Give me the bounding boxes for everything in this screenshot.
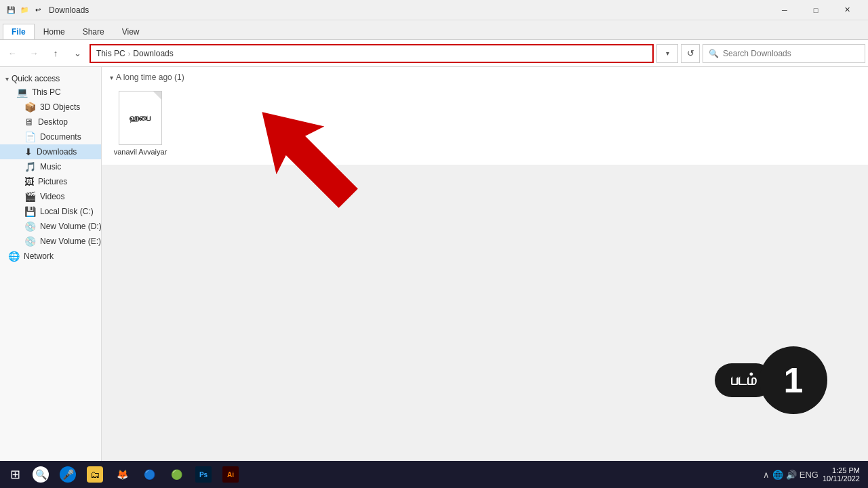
taskbar-file-explorer[interactable]: 🗂: [81, 461, 108, 488]
downloads-icon: ⬇: [24, 146, 33, 157]
quick-access-label: Quick access: [12, 74, 60, 83]
file-explorer-icon: 🗂: [87, 466, 103, 483]
volume-tray-icon[interactable]: 🔊: [786, 470, 797, 480]
close-button[interactable]: ✕: [831, 0, 863, 20]
address-box[interactable]: This PC › Downloads: [90, 44, 654, 63]
sidebar-item-videos[interactable]: 🎬 Videos: [0, 189, 101, 204]
sidebar-label-new-volume-e: New Volume (E:): [40, 237, 101, 246]
sidebar-item-label-this-pc: This PC: [32, 87, 61, 97]
taskbar-edge[interactable]: 🔵: [136, 461, 163, 488]
sidebar-label-new-volume-d: New Volume (D:): [40, 222, 102, 231]
sidebar-label-downloads: Downloads: [37, 147, 77, 157]
videos-icon: 🎬: [24, 191, 36, 202]
pictures-icon: 🖼: [24, 176, 34, 187]
language-label[interactable]: ENG: [800, 470, 818, 480]
sidebar-label-pictures: Pictures: [38, 177, 67, 186]
clock-time: 1:25 PM: [823, 466, 860, 474]
start-button[interactable]: ⊞: [3, 462, 27, 487]
sidebar-quick-access-header[interactable]: ▾ Quick access: [0, 70, 101, 85]
sidebar-label-documents: Documents: [40, 132, 81, 142]
sidebar-label-network: Network: [24, 251, 54, 261]
maximize-button[interactable]: □: [800, 0, 831, 20]
tab-share[interactable]: Share: [74, 24, 113, 39]
quick-access-undo[interactable]: ↩: [33, 5, 43, 16]
recent-locations-button[interactable]: ⌄: [68, 44, 87, 63]
local-disk-c-icon: 💾: [24, 206, 36, 217]
sidebar-item-new-volume-e[interactable]: 💿 New Volume (E:): [0, 234, 101, 249]
new-volume-e-icon: 💿: [24, 236, 36, 247]
sidebar-item-local-disk-c[interactable]: 💾 Local Disk (C:): [0, 204, 101, 219]
taskbar-icons: 🔍 🎤 🗂 🦊 🔵 🟢 Ps Ai: [27, 461, 763, 488]
back-button[interactable]: ←: [3, 44, 22, 63]
up-button[interactable]: ↑: [46, 44, 65, 63]
taskbar-illustrator[interactable]: Ai: [217, 461, 244, 488]
sidebar-item-downloads[interactable]: ⬇ Downloads: [0, 144, 101, 159]
tab-file[interactable]: File: [3, 24, 35, 39]
sidebar-item-documents[interactable]: 📄 Documents: [0, 129, 101, 144]
taskbar-chrome[interactable]: 🟢: [163, 461, 190, 488]
group-header-label: A long time ago (1): [116, 73, 184, 82]
quick-access-new[interactable]: 📁: [19, 5, 30, 16]
number-badge: 1: [760, 346, 827, 414]
clock-date: 10/11/2022: [823, 474, 860, 483]
file-name-label: vanavil Avvaiyar: [114, 148, 167, 156]
sidebar-item-this-pc[interactable]: 💻 This PC: [0, 85, 101, 100]
sidebar-item-desktop[interactable]: 🖥 Desktop: [0, 115, 101, 129]
sidebar-item-pictures[interactable]: 🖼 Pictures: [0, 174, 101, 189]
network-tray-icon[interactable]: 🌐: [772, 470, 783, 480]
file-tamil-text: ஹபை: [127, 110, 154, 127]
file-grid: ஹபை vanavil Avvaiyar: [110, 87, 860, 159]
ribbon: File Home Share View: [0, 20, 868, 40]
quick-access-save[interactable]: 💾: [5, 5, 16, 16]
breadcrumb: This PC › Downloads: [96, 49, 174, 58]
edge-icon: 🔵: [141, 466, 157, 483]
tab-home[interactable]: Home: [35, 24, 74, 39]
tray-expand-icon[interactable]: ∧: [763, 470, 770, 480]
taskbar-right: ∧ 🌐 🔊 ENG 1:25 PM 10/11/2022: [763, 466, 865, 483]
group-header[interactable]: ▾ A long time ago (1): [110, 73, 860, 82]
search-icon: 🔍: [709, 49, 719, 58]
desktop-icon: 🖥: [24, 117, 34, 127]
quick-access-arrow: ▾: [5, 75, 9, 83]
bottom-overlay: படம் 1: [715, 346, 827, 414]
breadcrumb-computer[interactable]: This PC: [96, 49, 125, 58]
content-wrapper: ▾ A long time ago (1) ஹபை vanavil Avvaiy…: [102, 67, 868, 468]
sidebar-item-network[interactable]: 🌐 Network: [0, 249, 101, 264]
forward-button[interactable]: →: [24, 44, 43, 63]
file-item[interactable]: ஹபை vanavil Avvaiyar: [110, 87, 171, 159]
new-volume-d-icon: 💿: [24, 221, 36, 232]
tab-view[interactable]: View: [113, 24, 149, 39]
number-text: 1: [784, 360, 804, 401]
sidebar-item-music[interactable]: 🎵 Music: [0, 159, 101, 174]
breadcrumb-downloads[interactable]: Downloads: [133, 49, 173, 58]
network-icon: 🌐: [8, 251, 20, 262]
search-input[interactable]: [723, 49, 859, 58]
sidebar-item-new-volume-d[interactable]: 💿 New Volume (D:): [0, 219, 101, 234]
minimize-button[interactable]: ─: [769, 0, 800, 20]
window-controls: ─ □ ✕: [769, 0, 863, 20]
taskbar-firefox[interactable]: 🦊: [108, 461, 136, 488]
file-icon: ஹபை: [119, 91, 162, 145]
taskbar: ⊞ 🔍 🎤 🗂 🦊 🔵 🟢 Ps Ai ∧ 🌐 🔊: [0, 461, 868, 488]
padam-text: படம்: [731, 371, 757, 389]
taskbar-photoshop[interactable]: Ps: [190, 461, 217, 488]
taskbar-search[interactable]: 🔍: [27, 461, 54, 488]
firefox-icon: 🦊: [114, 466, 130, 483]
refresh-button[interactable]: ↺: [681, 44, 700, 63]
chrome-icon: 🟢: [168, 466, 184, 483]
group-arrow-icon: ▾: [110, 74, 113, 81]
taskbar-cortana[interactable]: 🎤: [54, 461, 81, 488]
search-circle-icon: 🔍: [33, 466, 49, 483]
taskbar-clock[interactable]: 1:25 PM 10/11/2022: [823, 466, 860, 483]
sidebar-item-3d-objects[interactable]: 📦 3D Objects: [0, 100, 101, 115]
file-fold-corner: [153, 92, 161, 100]
this-pc-icon: 💻: [16, 87, 28, 98]
search-box[interactable]: 🔍: [703, 44, 865, 63]
ribbon-tabs: File Home Share View: [0, 20, 868, 39]
title-bar-quick-tools: 💾 📁 ↩: [5, 5, 43, 16]
address-dropdown-button[interactable]: ▾: [656, 44, 678, 63]
content-area: ▾ A long time ago (1) ஹபை vanavil Avvaiy…: [102, 67, 868, 165]
sidebar-label-desktop: Desktop: [38, 117, 68, 127]
sidebar-label-3d-objects: 3D Objects: [40, 102, 80, 112]
sidebar-label-music: Music: [40, 162, 61, 171]
